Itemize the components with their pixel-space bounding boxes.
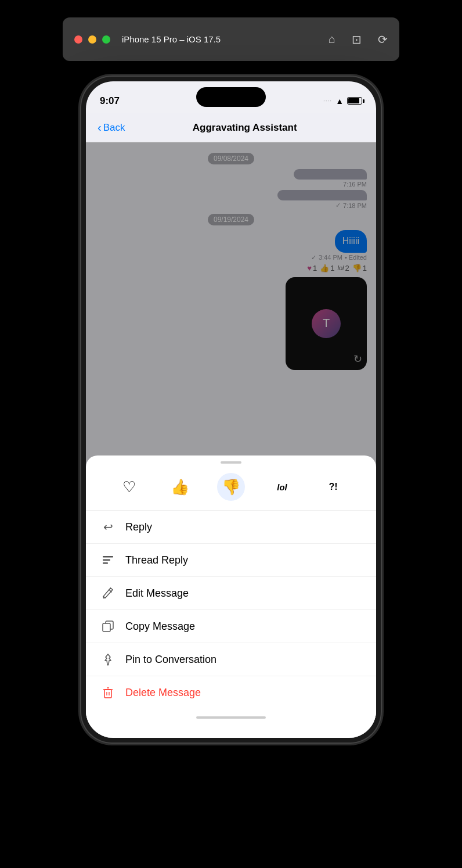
pin-icon	[100, 651, 116, 668]
menu-item-pin[interactable]: Pin to Conversation	[86, 643, 376, 676]
nav-bar: ‹ Back Aggravating Assistant	[86, 113, 376, 142]
thread-reply-label: Thread Reply	[125, 554, 188, 566]
reaction-lol-btn[interactable]: lol	[268, 473, 296, 501]
edit-icon	[100, 585, 116, 601]
title-bar: iPhone 15 Pro – iOS 17.5 ⌂ ⊡ ⟳	[63, 17, 399, 61]
back-button[interactable]: ‹ Back	[98, 121, 125, 134]
reaction-picker: ♡ 👍 👎 lol ?!	[86, 473, 376, 511]
reaction-emphasis-btn[interactable]: ?!	[319, 473, 347, 501]
home-indicator	[86, 709, 376, 726]
delete-label: Delete Message	[125, 687, 201, 699]
svg-rect-6	[104, 690, 111, 698]
copy-icon	[100, 618, 116, 634]
battery-fill	[348, 98, 359, 103]
back-chevron-icon: ‹	[98, 121, 102, 134]
signal-dots: ····	[323, 98, 332, 104]
window-title: iPhone 15 Pro – iOS 17.5	[122, 34, 323, 44]
battery-icon	[347, 97, 362, 105]
reply-icon: ↩	[100, 519, 116, 535]
bottom-sheet: ♡ 👍 👎 lol ?! ↩ Reply	[86, 455, 376, 738]
status-right: ···· ▲	[323, 96, 362, 106]
svg-rect-2	[103, 562, 108, 564]
home-bar	[196, 716, 266, 719]
sheet-handle	[221, 461, 241, 464]
phone-frame: 9:07 ···· ▲ ‹ Back Aggravating Assistant…	[80, 76, 382, 744]
reaction-thumbsdown-btn[interactable]: 👎	[217, 473, 245, 501]
rotate-icon[interactable]: ⟳	[378, 33, 388, 46]
status-bar: 9:07 ···· ▲	[86, 81, 376, 113]
dynamic-island	[196, 87, 266, 107]
menu-item-copy[interactable]: Copy Message	[86, 610, 376, 643]
reaction-heart-btn[interactable]: ♡	[115, 473, 143, 501]
status-time: 9:07	[100, 95, 120, 107]
menu-item-edit[interactable]: Edit Message	[86, 577, 376, 610]
wifi-icon: ▲	[335, 96, 344, 106]
back-label: Back	[103, 122, 125, 134]
thread-reply-icon	[100, 552, 116, 568]
title-bar-icons: ⌂ ⊡ ⟳	[329, 33, 388, 46]
reaction-thumbsup-btn[interactable]: 👍	[166, 473, 194, 501]
delete-icon	[100, 684, 116, 701]
phone-screen: 9:07 ···· ▲ ‹ Back Aggravating Assistant…	[86, 81, 376, 738]
menu-item-delete[interactable]: Delete Message	[86, 676, 376, 709]
edit-label: Edit Message	[125, 587, 189, 600]
pin-label: Pin to Conversation	[125, 654, 216, 666]
svg-rect-1	[103, 559, 110, 561]
home-icon[interactable]: ⌂	[329, 33, 335, 46]
reply-label: Reply	[125, 521, 152, 533]
fullscreen-button[interactable]	[102, 35, 110, 44]
screenshot-icon[interactable]: ⊡	[352, 33, 362, 46]
copy-label: Copy Message	[125, 620, 195, 633]
chat-area: 09/08/2024 7:16 PM ✓ 7:18 PM	[86, 142, 376, 738]
close-button[interactable]	[74, 35, 82, 44]
nav-title: Aggravating Assistant	[125, 122, 364, 134]
svg-rect-5	[103, 623, 110, 632]
menu-list: ↩ Reply Thread Reply	[86, 511, 376, 709]
svg-rect-0	[103, 556, 113, 558]
menu-item-reply[interactable]: ↩ Reply	[86, 511, 376, 544]
minimize-button[interactable]	[88, 35, 96, 44]
menu-item-thread-reply[interactable]: Thread Reply	[86, 544, 376, 577]
